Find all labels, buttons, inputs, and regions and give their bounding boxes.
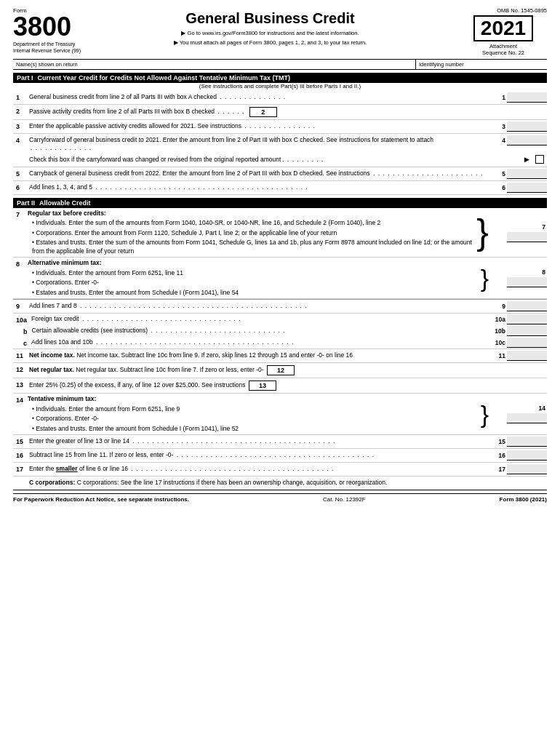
line-8-field-col: 8 [489, 258, 547, 298]
line-15-field: 15 [489, 437, 547, 447]
line-11-row: 11 Net income tax. Net income tax. Subtr… [13, 349, 547, 363]
part1-title: Current Year Credit for Credits Not Allo… [38, 74, 290, 81]
dept-line2: Internal Revenue Service (99) [13, 48, 81, 53]
attachment-label: Attachment [460, 43, 547, 49]
line-4-checkbox-label: Check this box if the carryforward was c… [29, 156, 281, 163]
part2-header: Part II Allowable Credit [13, 198, 547, 208]
line-11-input[interactable] [507, 351, 547, 361]
omb-block: OMB No. 1545-0895 2021 Attachment Sequen… [460, 7, 547, 56]
line-10b-field: 10b [489, 326, 547, 336]
line-7-field-col: 7 [489, 208, 547, 257]
line-10a-text: Foreign tax credit . . . . . . . . . . .… [28, 314, 489, 324]
line-9-text: Add lines 7 and 8 . . . . . . . . . . . … [26, 301, 489, 311]
line-5-num: 5 [13, 169, 26, 179]
line-17-row: 17 Enter the smaller of line 6 or line 1… [13, 463, 547, 477]
line-8-num: 8 [13, 258, 26, 298]
line-3-num: 3 [13, 121, 26, 132]
line-13-inline-box[interactable]: 13 [249, 381, 276, 391]
form-number: 3800 [13, 14, 71, 40]
line-4-row: 4 Carryforward of general business credi… [13, 134, 547, 167]
line-12-row: 12 Net regular tax. Net regular tax. Sub… [13, 363, 547, 378]
line-1-input[interactable] [507, 92, 547, 103]
line-2-text: Passive activity credits from line 2 of … [26, 106, 489, 118]
line-5-input[interactable] [507, 169, 547, 179]
line-2-inline-box[interactable]: 2 [249, 107, 277, 117]
line-8-input[interactable] [507, 277, 547, 287]
form-header: Form 3800 Department of the Treasury Int… [13, 7, 547, 56]
line-14-input[interactable] [507, 413, 547, 423]
line-6-row: 6 Add lines 1, 3, 4, and 5 . . . . . . .… [13, 181, 547, 195]
part1-label: Part I [17, 74, 33, 81]
line-4-num: 4 [13, 135, 26, 144]
line-6-text: Add lines 1, 3, 4, and 5 . . . . . . . .… [26, 183, 489, 193]
line-11-field: 11 [489, 351, 547, 361]
line-7-input[interactable] [507, 232, 547, 242]
line-11-num: 11 [13, 351, 26, 361]
line-15-num: 15 [13, 437, 26, 447]
line-10a-input[interactable] [507, 314, 547, 324]
line-4-field: 4 [489, 135, 547, 146]
line-1-field: 1 [489, 92, 547, 103]
name-cell: Name(s) shown on return [13, 60, 416, 69]
line-16-text: Subtract line 15 from line 11. If zero o… [26, 450, 489, 461]
line-17-note-text: C corporations: C corporations: See the … [26, 478, 547, 487]
omb-number: OMB No. 1545-0895 [460, 7, 547, 14]
line-17-input[interactable] [507, 464, 547, 474]
line-14-header: Tentative minimum tax: [28, 395, 478, 403]
line-8-text: Alternative minimum tax: • Individuals. … [26, 258, 481, 298]
line-16-row: 16 Subtract line 15 from line 11. If zer… [13, 449, 547, 463]
line-14-bullet1: • Individuals. Enter the amount from For… [28, 405, 478, 413]
line-12-text: Net regular tax. Net regular tax. Subtra… [26, 364, 489, 376]
line-9-row: 9 Add lines 7 and 8 . . . . . . . . . . … [13, 299, 547, 314]
line-10c-input[interactable] [507, 338, 547, 348]
line-17-num: 17 [13, 464, 26, 474]
line-12-field [489, 364, 547, 376]
line-2-num: 2 [13, 106, 26, 118]
line-1-num: 1 [13, 92, 26, 103]
part2-title: Allowable Credit [39, 199, 91, 207]
line-10b-input[interactable] [507, 326, 547, 336]
page-footer: For Paperwork Reduction Act Notice, see … [13, 493, 547, 503]
line-3-field: 3 [489, 121, 547, 132]
line-14-text: Tentative minimum tax: • Individuals. En… [26, 394, 481, 434]
line-12-num: 12 [13, 364, 26, 376]
sequence-number: Sequence No. 22 [460, 49, 547, 56]
line-7-brace: } [476, 208, 489, 257]
line-7-num: 7 [13, 208, 26, 257]
line-15-text: Enter the greater of line 13 or line 14 … [26, 437, 489, 447]
line-7-bullet1: • Individuals. Enter the sum of the amou… [28, 219, 473, 227]
line-13-field [489, 380, 547, 391]
line-15-input[interactable] [507, 437, 547, 447]
line-5-field: 5 [489, 169, 547, 179]
line-17-note-spacer [13, 478, 26, 487]
line-14-num: 14 [13, 394, 26, 434]
line-3-text: Enter the applicable passive activity cr… [26, 121, 489, 132]
part1-header: Part I Current Year Credit for Credits N… [13, 73, 547, 83]
line-10b-row: b Certain allowable credits (see instruc… [13, 325, 547, 337]
footer-form: Form 3800 (2021) [500, 496, 547, 503]
line-3-input[interactable] [507, 121, 547, 132]
line-9-input[interactable] [507, 301, 547, 311]
line-10b-text: Certain allowable credits (see instructi… [29, 326, 489, 335]
line-2-field [489, 106, 547, 118]
line-17-text: Enter the smaller of line 6 or line 16 .… [26, 464, 489, 474]
line-10a-row: 10a Foreign tax credit . . . . . . . . .… [13, 314, 547, 325]
line-9-num: 9 [13, 301, 26, 311]
line-7-text: Regular tax before credits: • Individual… [26, 208, 476, 257]
line-4-input[interactable] [507, 135, 547, 146]
line-6-input[interactable] [507, 183, 547, 193]
line-5-text: Carryback of general business credit fro… [26, 169, 489, 179]
line-8-bullet1: • Individuals. Enter the amount from For… [28, 269, 478, 277]
page: Form 3800 Department of the Treasury Int… [0, 0, 560, 510]
line-4-checkbox[interactable] [535, 155, 544, 164]
line-8-section: 8 Alternative minimum tax: • Individuals… [13, 258, 547, 299]
line-7-bullet3: • Estates and trusts. Enter the sum of t… [28, 239, 473, 255]
tax-year: 2021 [473, 15, 533, 41]
line-14-field-col: 14 [489, 394, 547, 434]
line-16-input[interactable] [507, 450, 547, 461]
form-id-block: Form 3800 Department of the Treasury Int… [13, 7, 81, 53]
line-10c-row: c Add lines 10a and 10b . . . . . . . . … [13, 337, 547, 349]
line-3-row: 3 Enter the applicable passive activity … [13, 120, 547, 134]
line-8-header: Alternative minimum tax: [28, 259, 478, 267]
line-12-inline-box[interactable]: 12 [267, 365, 295, 375]
